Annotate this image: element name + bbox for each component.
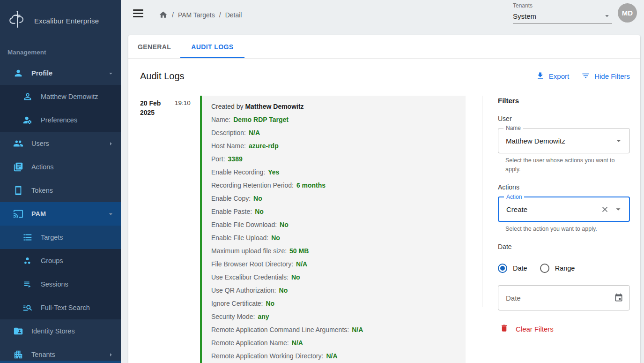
log-field-row: Enable Recording:Yes	[211, 168, 456, 176]
log-field-row: Remote Application Working Directory:N/A	[211, 352, 456, 360]
library-books-icon	[13, 162, 23, 172]
log-entry-date: 20 Feb 2025	[140, 98, 166, 363]
filters-user-section-label: User	[498, 115, 630, 122]
sidebar-item-full-text-search[interactable]: Full-Text Search	[0, 296, 121, 319]
chevron-right-icon	[107, 351, 115, 359]
filters-panel: Filters User Name Matthew Demowitz Selec…	[482, 96, 630, 363]
filters-title: Filters	[498, 97, 630, 105]
created-by-prefix: Created by	[211, 103, 245, 110]
log-entry-time: 19:10	[175, 98, 191, 363]
tab-audit-logs[interactable]: AUDIT LOGS	[180, 35, 244, 58]
dropdown-arrow-icon	[603, 12, 611, 20]
chevron-right-icon	[107, 140, 115, 148]
download-icon	[536, 71, 545, 82]
breadcrumb-separator: /	[219, 11, 221, 19]
sidebar-item-tenants[interactable]: Tenants	[0, 343, 121, 363]
sidebar-item-users[interactable]: Users	[0, 132, 121, 155]
date-input[interactable]	[506, 294, 614, 302]
sidebar-item-tokens[interactable]: Tokens	[0, 179, 121, 202]
action-select-value: Create	[506, 205, 600, 213]
main-area: / PAM Targets / Detail Tenants System MD…	[121, 0, 644, 363]
tenant-value: System	[513, 12, 536, 20]
person-icon	[13, 68, 23, 78]
sidebar-item-sessions[interactable]: Sessions	[0, 272, 121, 296]
log-field-row: Enable Copy:No	[211, 195, 456, 202]
tenants-label: Tenants	[513, 2, 612, 9]
log-field-row: Port:3389	[211, 155, 456, 163]
search-list-icon	[22, 302, 33, 313]
folder-person-icon	[13, 326, 23, 336]
filters-actions-section-label: Actions	[498, 183, 630, 191]
sidebar-section-management: Management	[7, 49, 113, 56]
excalibur-cloud-sword-logo-icon	[7, 9, 28, 32]
sidebar-item-actions[interactable]: Actions	[0, 155, 121, 179]
export-button[interactable]: Export	[536, 71, 569, 82]
sidebar-item-targets[interactable]: Targets	[0, 226, 121, 249]
audit-logs-content: Audit Logs Export Hide Filters 2	[128, 59, 640, 363]
chevron-down-icon	[107, 210, 115, 218]
log-entry-detail: Created by Matthew Demowitz Name:Demo RD…	[200, 96, 466, 363]
building-icon	[13, 349, 23, 360]
log-field-row: Enable File Download:No	[211, 221, 456, 228]
breadcrumb-pam-targets[interactable]: PAM Targets	[178, 11, 215, 19]
date-input-field	[498, 285, 630, 310]
log-field-row: Recording Retention Period:6 months	[211, 182, 456, 189]
log-field-row: Enable Paste:No	[211, 208, 456, 215]
audit-log-list: 20 Feb 2025 19:10 Created by Matthew Dem…	[140, 96, 466, 363]
user-name-select[interactable]: Name Matthew Demowitz	[498, 128, 630, 153]
tenant-select[interactable]: Tenants System	[513, 2, 612, 24]
radio-date-label: Date	[513, 265, 527, 272]
sidebar-item-identity-stores[interactable]: Identity Stores	[0, 319, 121, 343]
log-field-row: Remote Application Command Line Argument…	[211, 326, 456, 333]
log-field-row: Host Name:azure-rdp	[211, 142, 456, 150]
list-icon	[22, 232, 33, 242]
person-outline-icon	[22, 91, 33, 102]
sidebar: Excalibur Enterprise Management Profile …	[0, 0, 121, 363]
content-card: GENERAL AUDIT LOGS Audit Logs Export Hid…	[128, 35, 640, 363]
log-field-row: Remote Application Name:N/A	[211, 339, 456, 347]
log-field-row: Description:N/A	[211, 129, 456, 136]
sidebar-item-matthew-demowitz[interactable]: Matthew Demowitz	[0, 85, 121, 108]
sidebar-item-pam[interactable]: PAM	[0, 202, 121, 226]
app-logo-row: Excalibur Enterprise	[0, 0, 121, 38]
tab-bar: GENERAL AUDIT LOGS	[128, 35, 640, 59]
breadcrumb-detail: Detail	[225, 11, 242, 19]
radio-range-label: Range	[555, 265, 575, 272]
date-mode-radio-group: Date Range	[498, 264, 630, 273]
sidebar-item-profile[interactable]: Profile	[0, 61, 121, 85]
filters-date-section-label: Date	[498, 243, 630, 250]
log-field-row: Ignore Certificate:No	[211, 300, 456, 307]
tab-general[interactable]: GENERAL	[128, 35, 180, 58]
topbar: / PAM Targets / Detail Tenants System MD	[121, 0, 644, 35]
menu-hamburger-icon[interactable]	[133, 9, 143, 19]
clear-selection-icon[interactable]	[600, 205, 609, 214]
sidebar-item-groups[interactable]: Groups	[0, 249, 121, 272]
dropdown-arrow-icon	[614, 136, 624, 146]
dropdown-arrow-icon	[613, 204, 623, 214]
app-title: Excalibur Enterprise	[34, 17, 99, 25]
sidebar-item-preferences[interactable]: Preferences	[0, 108, 121, 132]
bubble-chart-icon	[22, 256, 33, 266]
trash-icon	[500, 324, 509, 334]
breadcrumb-separator: /	[172, 11, 174, 19]
action-helper-text: Select the action you want to apply.	[505, 225, 622, 234]
person-gear-icon	[22, 115, 33, 125]
hide-filters-button[interactable]: Hide Filters	[581, 71, 630, 82]
page-title: Audit Logs	[140, 71, 185, 82]
log-field-row: Maximum upload file size:50 MB	[211, 247, 456, 255]
log-field-row: Use QR Authorization:No	[211, 287, 456, 294]
calendar-icon[interactable]	[614, 293, 623, 302]
sidebar-next-item-peek	[0, 361, 121, 363]
log-field-row: Name:Demo RDP Target	[211, 116, 456, 123]
action-select[interactable]: Action Create	[498, 197, 630, 222]
avatar[interactable]: MD	[618, 3, 637, 23]
log-field-row: Use Excalibur Credentials:No	[211, 273, 456, 281]
home-icon[interactable]	[159, 10, 168, 19]
radio-range[interactable]	[540, 264, 549, 273]
user-name-select-label: Name	[503, 125, 523, 131]
user-name-select-value: Matthew Demowitz	[506, 137, 614, 145]
clear-filters-button[interactable]: Clear Filters	[500, 324, 630, 334]
breadcrumb: / PAM Targets / Detail	[159, 10, 242, 19]
radio-date[interactable]	[498, 264, 507, 273]
log-field-row: Enable File Upload:No	[211, 234, 456, 242]
